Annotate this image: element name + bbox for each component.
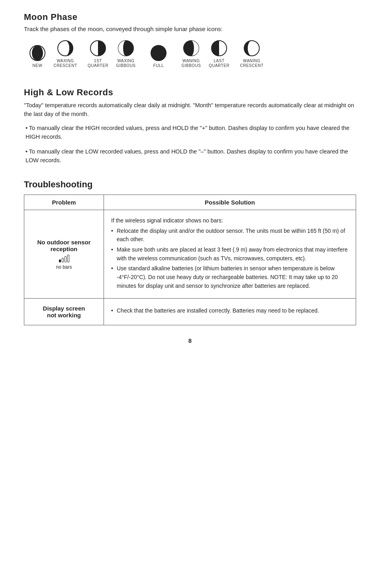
table-header-problem: Problem — [24, 195, 104, 210]
high-low-body: "Today" temperature records automaticall… — [24, 101, 356, 119]
no-bars-label: no bars — [31, 264, 96, 270]
waning-gibbous-icon — [182, 39, 200, 57]
problem-display: Display screennot working — [24, 299, 104, 325]
first-quarter-label: 1STQUARTER — [88, 59, 108, 68]
high-low-bullet2: • To manually clear the LOW recorded val… — [24, 147, 356, 165]
svg-point-1 — [32, 45, 43, 61]
high-low-section: High & Low Records "Today" temperature r… — [24, 87, 356, 165]
full-moon-icon — [150, 44, 167, 62]
new-moon-icon — [29, 44, 46, 62]
waxing-gibbous-label: WAXINGGIBBOUS — [116, 59, 135, 68]
last-quarter-icon — [210, 39, 228, 57]
moon-phase-last-quarter: LASTQUARTER — [206, 39, 233, 68]
new-moon-label: NEW — [33, 63, 43, 68]
waxing-crescent-icon — [57, 39, 74, 57]
moon-phase-waxing-crescent: WAXINGCRESCENT — [52, 39, 79, 68]
signal-bars-icon — [59, 255, 69, 262]
high-low-bullet1: • To manually clear the HIGH recorded va… — [24, 124, 356, 142]
moon-phases-row: NEW WAXINGCRESCENT 1STQUARTER — [24, 39, 356, 68]
moon-phase-waxing-gibbous: WAXINGGIBBOUS — [112, 39, 139, 68]
waxing-gibbous-icon — [117, 39, 135, 57]
page-number: 8 — [24, 337, 356, 344]
solution-display-list: Check that the batteries are installed c… — [111, 307, 349, 315]
moon-phase-waning-crescent: WANINGCRESCENT — [238, 39, 265, 68]
solution-display-item-1: Check that the batteries are installed c… — [111, 307, 349, 315]
problem-sensor: No outdoor sensorreception no bars — [24, 210, 104, 299]
moon-phase-new: NEW — [24, 44, 51, 68]
troubleshooting-title: Troubleshooting — [24, 179, 356, 190]
waning-crescent-label: WANINGCRESCENT — [240, 59, 263, 68]
high-low-title: High & Low Records — [24, 87, 356, 98]
first-quarter-icon — [89, 39, 107, 57]
last-quarter-label: LASTQUARTER — [209, 59, 229, 68]
moon-phase-desc: Track the phases of the moon, conveyed t… — [24, 26, 356, 32]
table-row-sensor: No outdoor sensorreception no bars If th… — [24, 210, 356, 299]
moon-phase-section: Moon Phase Track the phases of the moon,… — [24, 12, 356, 68]
solution-item-3: Use standard alkaline batteries (or lith… — [111, 264, 349, 290]
solution-intro: If the wireless signal indicator shows n… — [111, 216, 349, 225]
table-row-display: Display screennot working Check that the… — [24, 299, 356, 325]
table-header-solution: Possible Solution — [104, 195, 356, 210]
waning-crescent-icon — [243, 39, 261, 57]
full-moon-label: FULL — [153, 63, 164, 68]
troubleshooting-section: Troubleshooting Problem Possible Solutio… — [24, 179, 356, 326]
troubleshooting-table: Problem Possible Solution No outdoor sen… — [24, 195, 356, 326]
solution-display: Check that the batteries are installed c… — [104, 299, 356, 325]
moon-phase-first-quarter: 1STQUARTER — [84, 39, 112, 68]
solution-item-2: Make sure both units are placed at least… — [111, 246, 349, 263]
svg-point-6 — [151, 45, 166, 61]
problem-display-text: Display screennot working — [43, 305, 85, 319]
moon-phase-waning-gibbous: WANINGGIBBOUS — [178, 39, 205, 68]
solution-item-1: Relocate the display unit and/or the out… — [111, 227, 349, 244]
waxing-crescent-label: WAXINGCRESCENT — [53, 59, 77, 68]
waning-gibbous-label: WANINGGIBBOUS — [181, 59, 201, 68]
moon-phase-full: FULL — [145, 44, 172, 68]
problem-sensor-text: No outdoor sensorreception — [37, 239, 90, 252]
solution-list: Relocate the display unit and/or the out… — [111, 227, 349, 291]
solution-sensor: If the wireless signal indicator shows n… — [104, 210, 356, 299]
moon-phase-title: Moon Phase — [24, 12, 356, 22]
